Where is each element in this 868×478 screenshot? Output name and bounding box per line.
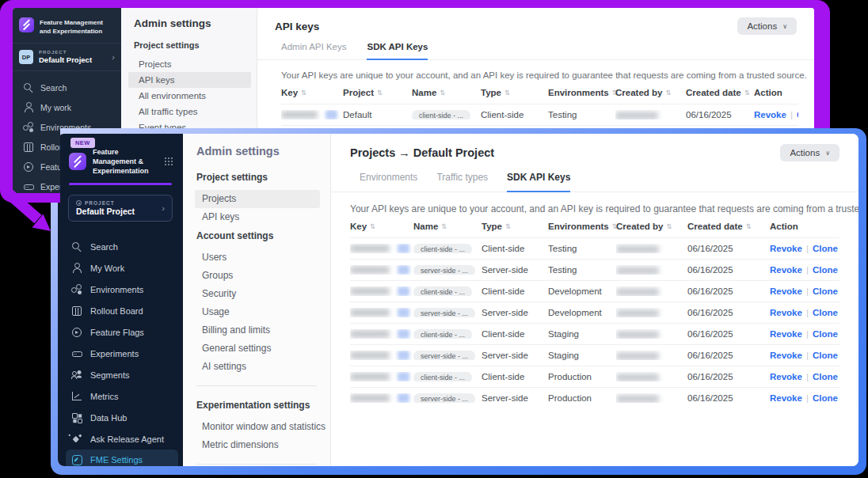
app-switcher-icon[interactable]	[165, 157, 173, 166]
revoke-link[interactable]: Revoke	[770, 372, 802, 381]
column-header[interactable]: Key ⇅	[281, 88, 343, 97]
admin-menu-entry[interactable]	[196, 385, 317, 386]
tab[interactable]: Traffic types	[436, 172, 488, 192]
copy-icon[interactable]	[398, 351, 409, 360]
admin-menu-entry[interactable]: Projects	[195, 190, 320, 208]
column-header[interactable]: Name ⇅	[413, 222, 482, 231]
tab[interactable]: Admin API Keys	[281, 42, 346, 60]
column-header[interactable]: Action ⇅	[754, 88, 798, 97]
clone-link[interactable]: Clone	[813, 329, 838, 339]
revoke-link[interactable]: Revoke	[770, 244, 802, 253]
copy-icon[interactable]	[398, 372, 409, 381]
admin-menu-entry[interactable]: Usage	[195, 303, 320, 321]
revoke-link[interactable]: Revoke	[770, 265, 802, 275]
redacted-created-by	[616, 374, 659, 381]
chevron-right-icon: ›	[112, 52, 115, 62]
column-header[interactable]: Type ⇅	[482, 222, 548, 231]
copy-icon[interactable]	[398, 244, 409, 253]
column-header[interactable]: Created date ⇅	[687, 222, 770, 231]
admin-menu-entry[interactable]: Project settings	[121, 37, 257, 56]
sort-icon: ⇅	[744, 89, 750, 97]
sidebar-item[interactable]: Data Hub	[58, 407, 183, 428]
new-main-content: Projects → Default Project Actions ∨ Env…	[331, 134, 858, 466]
admin-menu-entry[interactable]: Groups	[195, 267, 320, 285]
sidebar-item[interactable]: My work	[13, 97, 121, 117]
admin-menu-entry[interactable]: Billing and limits	[195, 321, 320, 340]
my-work-icon	[71, 263, 82, 273]
admin-menu-entry[interactable]	[196, 464, 317, 465]
tab[interactable]: SDK API Keys	[507, 172, 570, 192]
sidebar-item[interactable]: Experiments	[58, 343, 183, 364]
sidebar-item[interactable]: Metrics	[58, 385, 183, 407]
copy-icon[interactable]	[398, 286, 409, 296]
sdk-api-keys-table: Key ⇅ Name ⇅ Type ⇅	[350, 222, 839, 408]
sidebar-item[interactable]: Feature Flags	[58, 321, 183, 343]
column-header[interactable]: Created date ⇅	[686, 88, 754, 97]
link-separator: |	[790, 110, 793, 120]
sidebar-item[interactable]: My Work	[58, 257, 183, 279]
copy-icon[interactable]	[398, 329, 409, 339]
clone-link[interactable]: Clone	[797, 110, 798, 120]
copy-icon[interactable]	[398, 393, 409, 403]
clone-link[interactable]: Clone	[813, 286, 838, 296]
admin-menu-entry[interactable]: API keys	[195, 208, 320, 226]
copy-icon[interactable]	[398, 265, 409, 275]
clone-link[interactable]: Clone	[813, 265, 838, 275]
clone-link[interactable]: Clone	[813, 308, 838, 317]
actions-button[interactable]: Actions ∨	[737, 17, 797, 35]
sidebar-item[interactable]: Search	[58, 236, 183, 257]
chevron-right-icon: ›	[162, 203, 165, 213]
admin-menu-entry[interactable]: Account settings	[183, 226, 330, 248]
admin-menu-entry[interactable]: Experimentation settings	[183, 396, 330, 418]
column-header[interactable]: Environments ⇅	[548, 88, 615, 97]
actions-button[interactable]: Actions ∨	[780, 144, 839, 161]
copy-icon[interactable]	[326, 110, 337, 120]
admin-menu-entry[interactable]: AI settings	[195, 358, 320, 376]
admin-menu-entry[interactable]: Metric dimensions	[195, 436, 320, 454]
column-header[interactable]: Project ⇅	[343, 88, 412, 97]
admin-menu-entry[interactable]: Users	[195, 248, 320, 267]
column-header[interactable]: Created by ⇅	[616, 222, 687, 231]
tab[interactable]: SDK API Keys	[367, 42, 428, 60]
admin-menu-entry[interactable]: Project settings	[183, 168, 330, 190]
admin-menu-entry[interactable]: Projects	[128, 56, 251, 72]
admin-menu-entry[interactable]: All environments	[128, 88, 251, 104]
admin-menu-entry[interactable]: General settings	[195, 340, 320, 358]
clone-link[interactable]: Clone	[813, 351, 838, 360]
revoke-link[interactable]: Revoke	[754, 110, 786, 120]
sidebar-item[interactable]: Rollout Board	[58, 300, 183, 321]
revoke-link[interactable]: Revoke	[770, 393, 802, 403]
revoke-link[interactable]: Revoke	[770, 329, 802, 339]
environment-cell: Production	[548, 372, 616, 381]
clone-link[interactable]: Clone	[813, 372, 838, 381]
column-header[interactable]: Name ⇅	[412, 88, 481, 97]
column-header[interactable]: Environments ⇅	[548, 222, 616, 231]
project-selector[interactable]: PROJECT Default Project ›	[68, 195, 173, 222]
sidebar-item-label: Environments	[90, 285, 143, 294]
revoke-link[interactable]: Revoke	[770, 286, 802, 296]
sidebar-item[interactable]: FME Settings	[66, 450, 178, 466]
column-header[interactable]: Action ⇅	[770, 222, 839, 231]
sidebar-item[interactable]: Ask Release Agent	[58, 428, 183, 450]
clone-link[interactable]: Clone	[813, 244, 838, 253]
revoke-link[interactable]: Revoke	[770, 308, 802, 317]
clone-link[interactable]: Clone	[813, 393, 838, 403]
admin-menu-entry[interactable]: API keys	[128, 72, 251, 88]
tab[interactable]: Environments	[360, 172, 417, 192]
copy-icon[interactable]	[398, 308, 409, 317]
type-cell: Client-side	[482, 329, 548, 339]
sidebar-item[interactable]: Environments	[58, 279, 183, 300]
column-header[interactable]: Type ⇅	[481, 88, 548, 97]
column-header[interactable]: Key ⇅	[350, 222, 413, 231]
sidebar-item[interactable]: Search	[13, 78, 121, 97]
front-window: NEW Feature Management & Experimentation	[51, 128, 866, 475]
search-icon	[23, 82, 33, 93]
admin-menu-entry[interactable]: All traffic types	[128, 104, 251, 120]
admin-menu-entry[interactable]: Security	[195, 285, 320, 303]
column-header[interactable]: Created by ⇅	[615, 88, 686, 97]
revoke-link[interactable]: Revoke	[770, 351, 802, 360]
admin-menu-entry[interactable]: Monitor window and statistics	[195, 418, 320, 436]
project-selector[interactable]: DP PROJECT Default Project ›	[13, 44, 121, 71]
sidebar-item[interactable]: Segments	[58, 364, 183, 385]
fme-logo-icon	[69, 153, 86, 170]
